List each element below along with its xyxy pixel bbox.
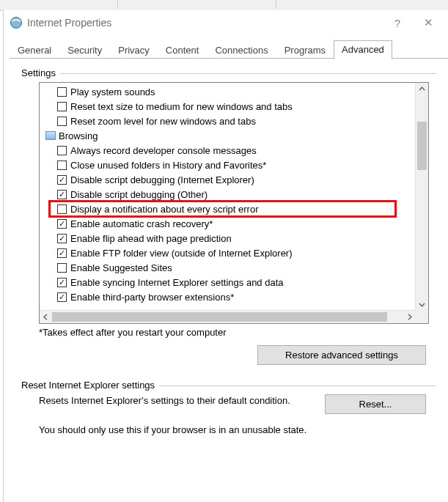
- scrollbar-corner: [416, 311, 428, 323]
- settings-checkbox[interactable]: [57, 102, 67, 111]
- settings-item-label: Enable FTP folder view (outside of Inter…: [70, 248, 293, 259]
- settings-category-label: Browsing: [59, 130, 98, 141]
- settings-item-label: Display a notification about every scrip…: [70, 204, 259, 215]
- settings-listbox[interactable]: Play system soundsReset text size to med…: [39, 82, 429, 324]
- settings-checkbox[interactable]: [57, 87, 67, 97]
- tab-programs[interactable]: Programs: [276, 41, 334, 59]
- settings-checkbox[interactable]: [57, 263, 67, 273]
- settings-checkbox[interactable]: [57, 146, 67, 155]
- tab-privacy[interactable]: Privacy: [110, 41, 158, 59]
- scroll-down-arrow[interactable]: [416, 298, 428, 311]
- restore-advanced-settings-button[interactable]: Restore advanced settings: [257, 345, 426, 365]
- reset-group-label: Reset Internet Explorer settings: [21, 380, 159, 391]
- help-button[interactable]: ?: [382, 12, 413, 33]
- close-button[interactable]: ✕: [413, 12, 444, 33]
- settings-item[interactable]: Enable third-party browser extensions*: [41, 289, 416, 304]
- settings-item-label: Play system sounds: [70, 86, 155, 97]
- settings-item-label: Enable Suggested Sites: [70, 262, 172, 273]
- tab-advanced[interactable]: Advanced: [334, 40, 392, 59]
- tab-strip: GeneralSecurityPrivacyContentConnections…: [4, 40, 448, 59]
- settings-checkbox[interactable]: [57, 190, 67, 199]
- settings-item-label: Disable script debugging (Internet Explo…: [70, 174, 254, 185]
- scroll-left-arrow[interactable]: [40, 311, 52, 323]
- tab-connections[interactable]: Connections: [207, 41, 276, 59]
- settings-group: Settings Play system soundsReset text si…: [21, 67, 436, 372]
- tab-security[interactable]: Security: [59, 41, 110, 59]
- reset-button[interactable]: Reset...: [325, 394, 426, 414]
- settings-item[interactable]: Reset text size to medium for new window…: [41, 99, 416, 114]
- settings-item-label: Enable flip ahead with page prediction: [70, 233, 232, 244]
- internet-options-icon: [10, 16, 23, 29]
- settings-item[interactable]: Enable automatic crash recovery*: [41, 216, 416, 231]
- settings-group-label: Settings: [21, 67, 60, 78]
- reset-description: Resets Internet Explorer's settings to t…: [39, 394, 307, 407]
- advanced-tab-panel: Settings Play system soundsReset text si…: [4, 59, 448, 456]
- settings-item-label: Disable script debugging (Other): [70, 189, 208, 200]
- settings-item[interactable]: Enable flip ahead with page prediction: [41, 231, 416, 246]
- settings-checkbox[interactable]: [57, 278, 67, 287]
- vertical-scroll-thumb[interactable]: [417, 122, 427, 170]
- settings-checkbox[interactable]: [57, 204, 67, 214]
- scroll-up-arrow[interactable]: [416, 83, 428, 95]
- horizontal-scroll-thumb[interactable]: [52, 312, 387, 322]
- settings-item[interactable]: Close unused folders in History and Favo…: [41, 158, 416, 172]
- settings-item[interactable]: Always record developer console messages: [41, 143, 416, 158]
- scroll-right-arrow[interactable]: [403, 311, 416, 323]
- settings-item-label: Reset zoom level for new windows and tab…: [70, 116, 256, 127]
- settings-item[interactable]: Enable Suggested Sites: [41, 260, 416, 275]
- reset-group: Reset Internet Explorer settings Resets …: [21, 380, 436, 443]
- settings-item[interactable]: Enable FTP folder view (outside of Inter…: [41, 246, 416, 260]
- settings-item[interactable]: Disable script debugging (Other): [41, 187, 416, 202]
- restart-note: *Takes effect after you restart your com…: [39, 327, 429, 338]
- settings-item-label: Always record developer console messages: [70, 145, 257, 156]
- tab-general[interactable]: General: [10, 41, 59, 59]
- settings-checkbox[interactable]: [57, 234, 67, 243]
- titlebar: Internet Properties ? ✕: [4, 10, 448, 35]
- settings-item[interactable]: Reset zoom level for new windows and tab…: [41, 114, 416, 128]
- settings-item[interactable]: Disable script debugging (Internet Explo…: [41, 172, 416, 187]
- settings-item-label: Reset text size to medium for new window…: [70, 101, 293, 112]
- tab-content[interactable]: Content: [158, 41, 208, 59]
- settings-checkbox[interactable]: [57, 292, 67, 302]
- category-icon: [45, 131, 56, 140]
- settings-checkbox[interactable]: [57, 160, 67, 170]
- settings-item-label: Close unused folders in History and Favo…: [70, 160, 266, 171]
- external-window-strip: [0, 0, 448, 11]
- settings-checkbox[interactable]: [57, 117, 67, 126]
- settings-item-label: Enable automatic crash recovery*: [70, 218, 213, 229]
- settings-category: Browsing: [41, 128, 416, 143]
- settings-checkbox[interactable]: [57, 219, 67, 229]
- horizontal-scrollbar[interactable]: [40, 310, 416, 323]
- settings-item[interactable]: Play system sounds: [41, 84, 416, 99]
- settings-checkbox[interactable]: [57, 248, 67, 258]
- window-title: Internet Properties: [27, 17, 111, 29]
- settings-item-label: Enable syncing Internet Explorer setting…: [70, 277, 284, 288]
- reset-warning: You should only use this if your browser…: [39, 424, 426, 435]
- vertical-scrollbar[interactable]: [415, 83, 428, 311]
- settings-item-label: Enable third-party browser extensions*: [70, 292, 234, 303]
- settings-checkbox[interactable]: [57, 175, 67, 185]
- internet-properties-dialog: Internet Properties ? ✕ GeneralSecurityP…: [3, 10, 448, 502]
- svg-point-0: [11, 18, 22, 29]
- settings-item[interactable]: Enable syncing Internet Explorer setting…: [41, 275, 416, 289]
- settings-item[interactable]: Display a notification about every scrip…: [41, 202, 416, 216]
